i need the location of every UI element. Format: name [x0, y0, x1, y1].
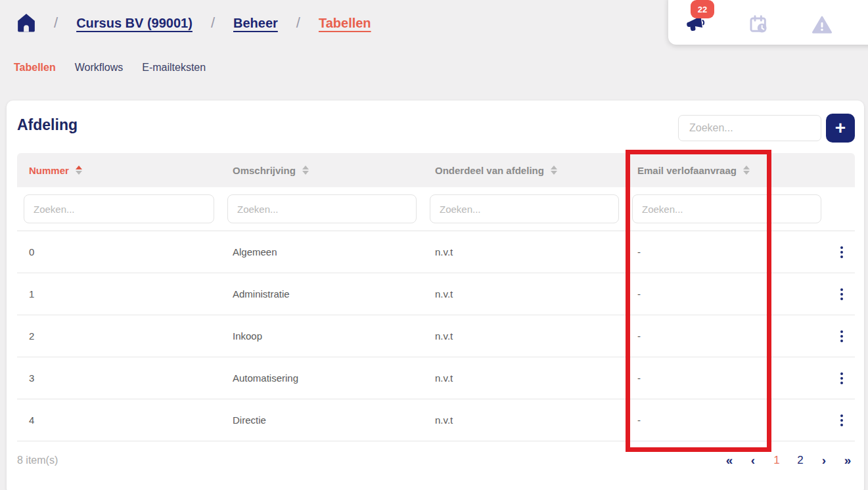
- sort-icon: [551, 166, 557, 175]
- cell-omschrijving: Directie: [221, 414, 423, 426]
- breadcrumb-tabellen-link[interactable]: Tabellen: [319, 16, 371, 31]
- filter-input-nummer[interactable]: [24, 194, 214, 223]
- sort-icon: [743, 166, 750, 175]
- tab-workflows[interactable]: Workflows: [75, 62, 124, 74]
- cell-nummer: 2: [17, 330, 221, 342]
- page-number-1[interactable]: 1: [769, 454, 784, 467]
- cell-omschrijving: Automatisering: [221, 372, 423, 384]
- sort-icon: [76, 166, 82, 175]
- cell-omschrijving: Administratie: [221, 288, 423, 300]
- cell-email-verlofaanvraag: -: [626, 414, 828, 426]
- breadcrumb-separator: /: [296, 14, 300, 32]
- cell-nummer: 0: [17, 246, 221, 257]
- warning-triangle-icon: [811, 14, 833, 35]
- tab-emailteksten[interactable]: E-mailteksten: [142, 62, 206, 74]
- search-input[interactable]: [679, 122, 829, 134]
- cell-email-verlofaanvraag: -: [626, 288, 828, 300]
- afdeling-panel: Afdeling + Nummer Omschrijving Onderdeel…: [7, 100, 864, 490]
- row-menu-button[interactable]: [828, 368, 855, 388]
- cell-email-verlofaanvraag: -: [626, 246, 828, 257]
- cell-onderdeel: n.v.t: [423, 288, 626, 300]
- column-header-email-verlofaanvraag[interactable]: Email verlofaanvraag: [626, 165, 828, 176]
- last-page-button[interactable]: »: [840, 453, 855, 468]
- table-row: 3 Automatisering n.v.t -: [17, 357, 855, 399]
- cell-onderdeel: n.v.t: [423, 414, 626, 426]
- cell-nummer: 1: [17, 288, 221, 300]
- cell-nummer: 4: [17, 414, 221, 426]
- cell-omschrijving: Inkoop: [221, 330, 423, 342]
- table-search: [678, 115, 821, 141]
- row-menu-button[interactable]: [828, 326, 855, 346]
- home-icon[interactable]: [17, 13, 35, 33]
- table-filter-row: [17, 187, 855, 231]
- table-row: 0 Algemeen n.v.t -: [17, 231, 855, 273]
- filter-input-omschrijving[interactable]: [227, 194, 417, 223]
- page-number-2[interactable]: 2: [793, 454, 808, 467]
- cell-onderdeel: n.v.t: [423, 246, 626, 257]
- cell-nummer: 3: [17, 372, 221, 384]
- filter-input-email-verlofaanvraag[interactable]: [632, 194, 821, 223]
- pagination: « ‹ 1 2 › »: [722, 453, 855, 468]
- cell-omschrijving: Algemeen: [221, 246, 423, 257]
- prev-page-button[interactable]: ‹: [746, 453, 760, 468]
- column-header-omschrijving[interactable]: Omschrijving: [221, 165, 423, 176]
- column-header-onderdeel[interactable]: Onderdeel van afdeling: [423, 165, 626, 176]
- tab-tabellen[interactable]: Tabellen: [14, 62, 56, 74]
- first-page-button[interactable]: «: [722, 453, 737, 468]
- table-row: 1 Administratie n.v.t -: [17, 273, 855, 315]
- add-button[interactable]: +: [826, 114, 855, 143]
- next-page-button[interactable]: ›: [817, 453, 831, 468]
- sort-icon: [302, 166, 309, 175]
- breadcrumb-beheer-link[interactable]: Beheer: [233, 16, 278, 31]
- breadcrumb: / Cursus BV (99001) / Beheer / Tabellen: [17, 13, 371, 33]
- table-row: 2 Inkoop n.v.t -: [17, 315, 855, 357]
- filter-input-onderdeel[interactable]: [430, 194, 619, 223]
- row-menu-button[interactable]: [828, 411, 855, 430]
- tab-bar: Tabellen Workflows E-mailteksten: [14, 62, 206, 74]
- table-footer: 8 item(s) « ‹ 1 2 › »: [17, 441, 855, 468]
- breadcrumb-separator: /: [211, 14, 215, 32]
- table-header-row: Nummer Omschrijving Onderdeel van afdeli…: [17, 153, 855, 187]
- topbar-icon-card: 22: [668, 0, 868, 45]
- row-menu-button[interactable]: [828, 284, 855, 304]
- table-row: 4 Directie n.v.t -: [17, 399, 855, 441]
- breadcrumb-company-link[interactable]: Cursus BV (99001): [76, 16, 193, 31]
- column-header-nummer[interactable]: Nummer: [17, 165, 221, 176]
- notification-badge: 22: [691, 0, 714, 18]
- cell-onderdeel: n.v.t: [423, 372, 626, 384]
- cell-email-verlofaanvraag: -: [626, 372, 828, 384]
- calendar-clock-icon: [748, 14, 769, 35]
- breadcrumb-separator: /: [54, 14, 58, 32]
- row-menu-button[interactable]: [828, 242, 855, 262]
- notifications-button[interactable]: 22: [685, 14, 706, 35]
- alerts-button[interactable]: [811, 14, 833, 35]
- afdeling-table: Nummer Omschrijving Onderdeel van afdeli…: [17, 153, 855, 441]
- cell-onderdeel: n.v.t: [423, 330, 626, 342]
- calendar-button[interactable]: [748, 14, 769, 35]
- item-count: 8 item(s): [17, 455, 58, 466]
- cell-email-verlofaanvraag: -: [626, 330, 828, 342]
